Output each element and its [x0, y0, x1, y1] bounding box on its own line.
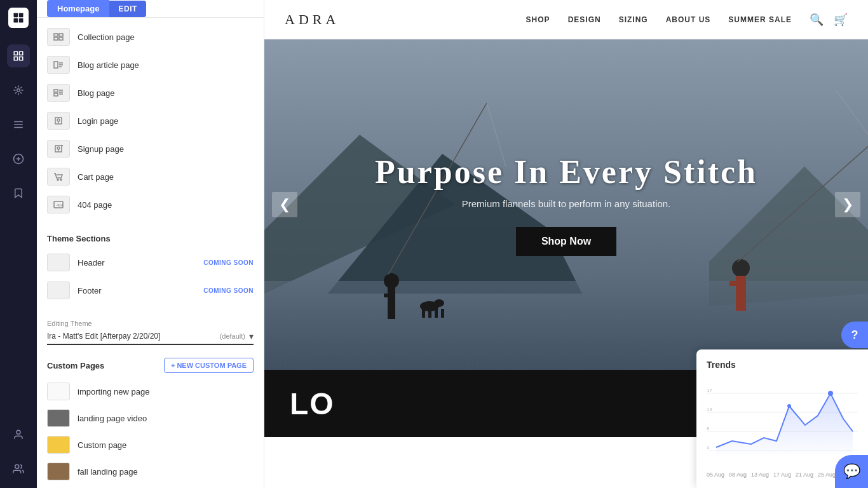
- page-item-404[interactable]: 404 404 page: [37, 191, 264, 219]
- theme-section-header-item[interactable]: Header COMING SOON: [37, 248, 264, 276]
- page-item-blog-article[interactable]: Blog article page: [37, 51, 264, 79]
- page-item-signup[interactable]: Signup page: [37, 135, 264, 163]
- collection-page-icon: [47, 28, 70, 46]
- search-icon[interactable]: 🔍: [810, 13, 824, 27]
- sidebar-nav-icon-plugins[interactable]: [7, 147, 30, 170]
- svg-rect-24: [54, 93, 58, 96]
- svg-point-14: [15, 464, 19, 468]
- sidebar-nav-icon-pages[interactable]: [7, 44, 30, 67]
- theme-sections-title: Theme Sections: [37, 224, 264, 248]
- chart-label-4: 21 Aug: [796, 471, 813, 478]
- svg-text:17: 17: [707, 388, 712, 393]
- custom-page-label: Custom page: [78, 440, 126, 450]
- sidebar-nav-icon-user[interactable]: [7, 423, 30, 446]
- sidebar-nav-icon-layers[interactable]: [7, 113, 30, 136]
- custom-page-item-importing[interactable]: importing new page: [37, 378, 264, 405]
- chevron-down-icon: ▾: [249, 331, 254, 341]
- svg-rect-50: [422, 309, 425, 318]
- nav-item-shop[interactable]: SHOP: [526, 15, 550, 24]
- page-item-blog[interactable]: Blog page: [37, 79, 264, 107]
- lower-text: LO: [290, 386, 335, 421]
- app-logo[interactable]: [8, 8, 29, 28]
- hero-cta-button[interactable]: Shop Now: [516, 227, 616, 256]
- signup-page-icon: [47, 140, 70, 158]
- svg-point-29: [57, 119, 60, 121]
- svg-point-32: [57, 147, 60, 149]
- footer-thumb: [47, 281, 70, 299]
- editing-theme-label: Editing Theme: [47, 320, 254, 327]
- cart-icon[interactable]: 🛒: [834, 13, 848, 27]
- sidebar-panel: Homepage EDIT Collection page Blog artic…: [37, 0, 264, 488]
- cart-page-icon: [47, 168, 70, 186]
- help-button[interactable]: ?: [841, 322, 868, 348]
- svg-rect-46: [388, 287, 395, 319]
- fall-label: fall landing page: [78, 467, 138, 477]
- carousel-left-arrow[interactable]: ❮: [272, 192, 297, 217]
- store-menu: SHOP DESIGN SIZING ABOUT US SUMMER SALE: [526, 15, 792, 24]
- svg-rect-3: [19, 18, 24, 23]
- svg-rect-51: [428, 309, 431, 318]
- footer-label: Footer: [78, 286, 196, 295]
- sidebar-breadcrumb: Homepage EDIT: [37, 0, 264, 18]
- svg-rect-4: [14, 51, 17, 55]
- chat-button[interactable]: 💬: [835, 455, 868, 488]
- fall-thumb: [47, 463, 70, 480]
- page-item-cart[interactable]: Cart page: [37, 163, 264, 191]
- custom-page-item-fall[interactable]: fall landing page: [37, 458, 264, 485]
- nav-item-sizing[interactable]: SIZING: [619, 15, 648, 24]
- theme-selector-dropdown[interactable]: Ira - Matt's Edit [Afterpay 2/20/20] (de…: [47, 331, 254, 345]
- sidebar-nav-icon-design[interactable]: [7, 79, 30, 102]
- homepage-breadcrumb-item[interactable]: Homepage: [47, 0, 109, 17]
- svg-point-37: [60, 179, 62, 180]
- importing-label: importing new page: [78, 387, 149, 396]
- svg-point-54: [732, 259, 750, 277]
- hero-title: Purpose In Every Stitch: [375, 153, 757, 191]
- page-item-cart-label: Cart page: [78, 172, 114, 182]
- svg-rect-7: [20, 57, 23, 60]
- page-item-blog-article-label: Blog article page: [78, 60, 139, 70]
- nav-item-about-us[interactable]: ABOUT US: [666, 15, 711, 24]
- footer-coming-soon-badge: COMING SOON: [203, 287, 254, 294]
- chart-label-2: 13 Aug: [751, 471, 769, 478]
- landing-video-label: landing page video: [78, 414, 147, 423]
- carousel-right-arrow[interactable]: ❯: [835, 192, 860, 217]
- chart-label-1: 08 Aug: [729, 471, 747, 478]
- blog-article-page-icon: [47, 56, 70, 74]
- hero-subtitle: Premium flannels built to perform in any…: [375, 198, 757, 209]
- theme-selector-default: (default): [220, 332, 245, 340]
- editing-theme-section: Editing Theme Ira - Matt's Edit [Afterpa…: [37, 309, 264, 350]
- sidebar-nav-icon-bookmarks[interactable]: [7, 182, 30, 205]
- page-item-blog-label: Blog page: [78, 88, 115, 98]
- chart-label-0: 05 Aug: [707, 471, 724, 478]
- svg-text:8: 8: [707, 426, 710, 431]
- store-logo: ADRA: [285, 11, 526, 28]
- store-navbar: ADRA SHOP DESIGN SIZING ABOUT US SUMMER …: [264, 0, 868, 39]
- hero-section: Purpose In Every Stitch Premium flannels…: [264, 39, 868, 370]
- hero-text-container: Purpose In Every Stitch Premium flannels…: [375, 153, 757, 256]
- page-item-404-label: 404 page: [78, 200, 112, 210]
- svg-rect-2: [14, 18, 18, 23]
- custom-page-item-about[interactable]: About: [37, 485, 264, 488]
- new-custom-page-button[interactable]: + NEW CUSTOM PAGE: [164, 358, 254, 373]
- page-item-login[interactable]: Login page: [37, 107, 264, 135]
- svg-point-36: [57, 179, 58, 180]
- svg-rect-18: [59, 37, 63, 40]
- sidebar-nav-icon-team[interactable]: [7, 458, 30, 480]
- custom-page-item-landing-video[interactable]: landing page video: [37, 405, 264, 431]
- theme-section-footer-item[interactable]: Footer COMING SOON: [37, 276, 264, 304]
- nav-item-design[interactable]: DESIGN: [568, 15, 601, 24]
- svg-text:404: 404: [57, 203, 64, 207]
- header-coming-soon-badge: COMING SOON: [203, 259, 254, 266]
- nav-item-summer-sale[interactable]: SUMMER SALE: [728, 15, 792, 24]
- edit-breadcrumb-item[interactable]: EDIT: [109, 1, 146, 17]
- custom-pages-header: Custom Pages + NEW CUSTOM PAGE: [37, 350, 264, 378]
- svg-rect-52: [435, 309, 438, 318]
- page-item-login-label: Login page: [78, 116, 118, 126]
- custom-page-item-custom[interactable]: Custom page: [37, 431, 264, 458]
- svg-point-70: [787, 404, 791, 408]
- page-item-collection[interactable]: Collection page: [37, 23, 264, 51]
- svg-rect-5: [20, 51, 23, 55]
- svg-rect-19: [54, 62, 58, 68]
- theme-selector-value: Ira - Matt's Edit [Afterpay 2/20/20]: [47, 332, 220, 341]
- svg-rect-17: [54, 37, 58, 40]
